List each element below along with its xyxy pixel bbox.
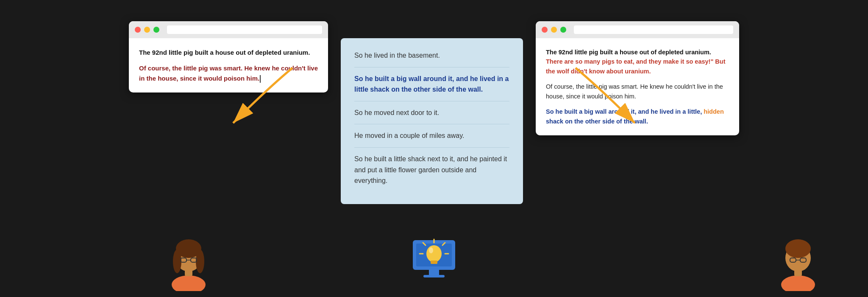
right-arrow xyxy=(567,55,660,140)
left-arrow xyxy=(208,55,301,140)
center-line2: So he moved next door to it. xyxy=(354,107,509,118)
svg-rect-16 xyxy=(431,261,437,264)
left-browser-titlebar xyxy=(129,21,328,38)
center-section4: He moved in a couple of miles away. xyxy=(354,124,509,148)
avatar-right xyxy=(775,223,821,293)
center-section3: So he moved next door to it. xyxy=(354,101,509,125)
right-addressbar xyxy=(574,25,733,34)
center-section2: So he built a big wall around it, and he… xyxy=(354,67,509,101)
right-para3-orange: hidden xyxy=(702,108,724,115)
svg-point-6 xyxy=(173,249,181,273)
center-panel: So he lived in the basement. So he built… xyxy=(341,38,523,204)
right-para1-black: The 92nd little pig built a house out of… xyxy=(546,49,711,56)
center-highlight1: So he built a big wall around it, and he… xyxy=(354,73,509,95)
avatar-right-svg xyxy=(775,223,821,291)
avatar-left xyxy=(165,223,212,293)
center-section5: So he built a little shack next to it, a… xyxy=(354,148,509,192)
computer-svg xyxy=(409,227,459,283)
dot-green-left xyxy=(153,27,159,33)
svg-point-23 xyxy=(781,275,815,291)
svg-point-7 xyxy=(196,249,204,273)
svg-rect-13 xyxy=(429,270,439,275)
svg-point-17 xyxy=(429,247,433,253)
main-scene: The 92nd little pig built a house out of… xyxy=(0,0,868,297)
center-line1: So he lived in the basement. xyxy=(354,50,509,61)
center-line3: He moved in a couple of miles away. xyxy=(354,130,509,141)
left-addressbar xyxy=(167,25,322,34)
dot-red-left xyxy=(135,27,141,33)
center-section1: So he lived in the basement. xyxy=(354,50,509,67)
svg-point-15 xyxy=(426,245,442,262)
dot-red-right xyxy=(542,27,548,33)
dot-yellow-right xyxy=(551,27,557,33)
right-browser-titlebar xyxy=(536,21,739,38)
center-line4: So he built a little shack next to it, a… xyxy=(354,154,509,186)
computer-icon xyxy=(409,227,459,284)
avatar-left-svg xyxy=(165,223,212,291)
svg-point-26 xyxy=(785,239,811,258)
svg-rect-14 xyxy=(423,275,445,277)
dot-yellow-left xyxy=(144,27,150,33)
svg-point-2 xyxy=(172,275,206,291)
dot-green-right xyxy=(560,27,566,33)
